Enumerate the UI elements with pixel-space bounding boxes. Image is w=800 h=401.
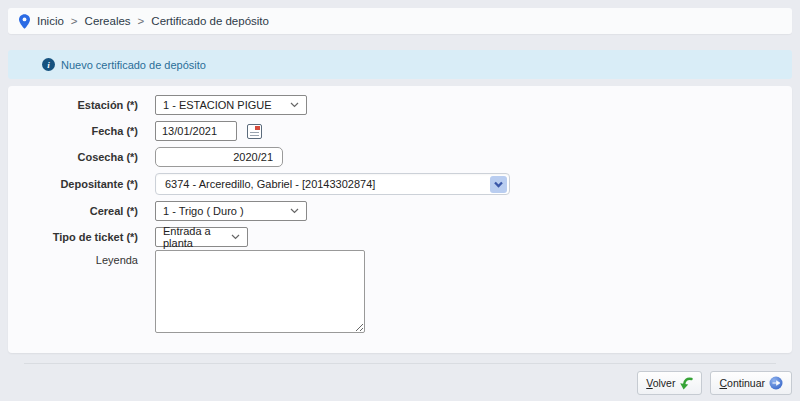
- estacion-label: Estación (*): [8, 99, 138, 111]
- info-banner: i Nuevo certificado de depósito: [8, 50, 792, 79]
- back-arrow-icon: [679, 377, 693, 390]
- fecha-label: Fecha (*): [8, 125, 138, 137]
- chevron-down-icon: [290, 102, 299, 108]
- tipo-de-ticket-label: Tipo de ticket (*): [8, 231, 138, 243]
- cosecha-input[interactable]: [155, 147, 283, 167]
- footer-actions: Volver Continuar: [637, 371, 792, 395]
- tipo-de-ticket-select[interactable]: Entrada a planta: [155, 227, 248, 247]
- leyenda-textarea[interactable]: [155, 250, 365, 333]
- footer-divider: [24, 363, 776, 364]
- depositante-label: Depositante (*): [8, 178, 138, 190]
- breadcrumb: Inicio > Cereales > Certificado de depós…: [8, 8, 792, 34]
- fecha-input[interactable]: [155, 121, 237, 141]
- estacion-select[interactable]: 1 - ESTACION PIGUE: [155, 95, 307, 115]
- map-pin-icon: [19, 14, 30, 29]
- breadcrumb-link-cereales[interactable]: Cereales: [85, 15, 131, 27]
- page: Inicio > Cereales > Certificado de depós…: [0, 0, 800, 401]
- forward-circle-arrow-icon: [769, 376, 783, 390]
- leyenda-label: Leyenda: [8, 250, 138, 266]
- estacion-select-value: 1 - ESTACION PIGUE: [163, 99, 272, 111]
- depositante-combobox[interactable]: 6374 - Arceredillo, Gabriel - [201433028…: [155, 173, 510, 195]
- tipo-de-ticket-select-value: Entrada a planta: [163, 225, 223, 249]
- chevron-down-icon: [231, 234, 240, 240]
- continuar-button[interactable]: Continuar: [710, 371, 792, 395]
- info-banner-text: Nuevo certificado de depósito: [61, 59, 206, 71]
- cosecha-label: Cosecha (*): [8, 151, 138, 163]
- depositante-dropdown-button[interactable]: [490, 176, 507, 193]
- cereal-label: Cereal (*): [8, 205, 138, 217]
- cereal-select[interactable]: 1 - Trigo ( Duro ): [155, 201, 307, 221]
- calendar-icon[interactable]: [247, 124, 262, 139]
- info-icon: i: [42, 58, 55, 71]
- continuar-button-label: C: [719, 377, 727, 389]
- breadcrumb-current-page: Certificado de depósito: [151, 15, 269, 27]
- volver-button[interactable]: Volver: [637, 371, 702, 395]
- chevron-down-icon: [290, 208, 299, 214]
- breadcrumb-separator: >: [71, 15, 78, 27]
- cereal-select-value: 1 - Trigo ( Duro ): [163, 205, 244, 217]
- chevron-down-icon: [494, 181, 503, 188]
- depositante-combobox-value: 6374 - Arceredillo, Gabriel - [201433028…: [165, 178, 375, 190]
- breadcrumb-link-inicio[interactable]: Inicio: [37, 15, 64, 27]
- breadcrumb-separator: >: [138, 15, 145, 27]
- form-panel: Estación (*) 1 - ESTACION PIGUE Fecha (*…: [8, 86, 792, 353]
